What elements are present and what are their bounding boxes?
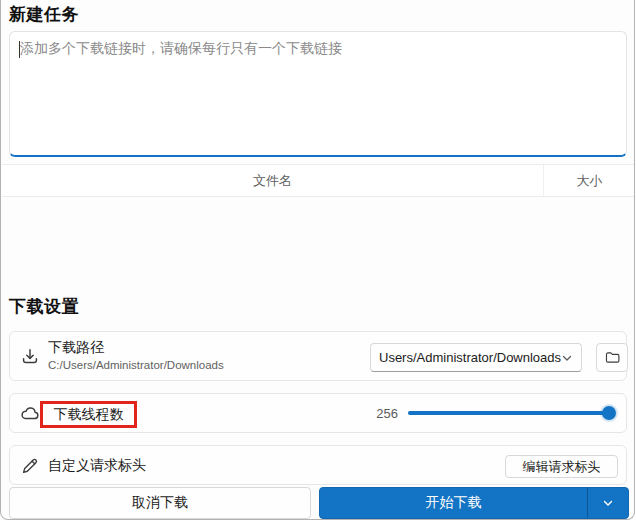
pencil-icon: [19, 455, 41, 477]
thread-count-label: 下载线程数: [54, 406, 124, 424]
download-links-input-container: [9, 31, 627, 157]
setting-row-request-headers: 自定义请求标头 编辑请求标头: [9, 445, 627, 485]
edit-request-headers-button[interactable]: 编辑请求标头: [505, 455, 618, 478]
new-task-title: 新建任务: [9, 3, 79, 26]
setting-row-download-path: 下载路径 C:/Users/Administrator/Downloads Us…: [9, 331, 627, 381]
column-header-filename[interactable]: 文件名: [2, 165, 544, 196]
chevron-down-icon: [602, 497, 614, 509]
chevron-down-icon: [561, 352, 573, 364]
download-links-input[interactable]: [10, 32, 626, 155]
folder-icon: [604, 349, 621, 366]
request-headers-label: 自定义请求标头: [48, 457, 146, 475]
thread-count-value: 256: [360, 406, 398, 421]
new-task-dialog: 新建任务 文件名 大小 下载设置 下载路径 C:/Users/Administr…: [0, 0, 635, 520]
thread-slider-fill: [408, 411, 610, 415]
file-table-header: 文件名 大小: [2, 164, 635, 197]
thread-slider-thumb[interactable]: [602, 406, 616, 420]
download-path-label: 下载路径: [48, 339, 224, 357]
download-path-combobox-value: Users/Administrator/Downloads: [379, 350, 561, 365]
browse-folder-button[interactable]: [596, 343, 628, 372]
download-settings-title: 下载设置: [9, 295, 79, 318]
start-download-splitbutton: 开始下载: [319, 487, 629, 519]
thread-count-slider[interactable]: [408, 411, 610, 415]
download-icon: [19, 346, 41, 368]
start-download-button[interactable]: 开始下载: [320, 488, 588, 518]
annotation-box: 下载线程数: [40, 401, 137, 428]
setting-row-thread-count: 下载线程数 256: [9, 393, 627, 433]
download-path-combobox[interactable]: Users/Administrator/Downloads: [370, 343, 582, 372]
cancel-download-button[interactable]: 取消下载: [9, 487, 311, 519]
column-header-size[interactable]: 大小: [544, 165, 635, 196]
cloud-icon: [19, 403, 41, 425]
start-download-menu-button[interactable]: [588, 488, 628, 518]
file-table-body: [2, 198, 635, 288]
text-caret: [19, 41, 20, 58]
download-path-value: C:/Users/Administrator/Downloads: [48, 359, 224, 371]
